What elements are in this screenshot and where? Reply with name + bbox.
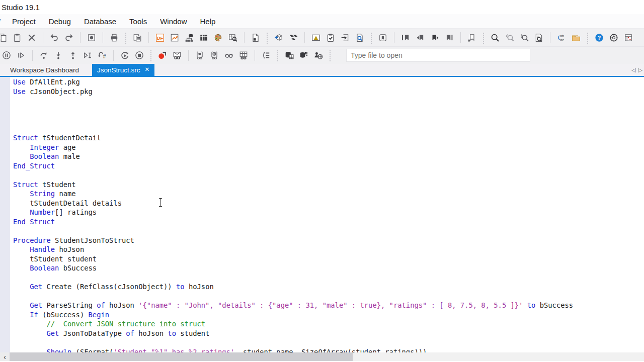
menu-item-clipped[interactable]: w [0, 16, 1, 25]
find-next-icon[interactable] [518, 31, 531, 44]
run-to-cursor-icon[interactable] [81, 49, 94, 62]
tab-workspace-dashboard[interactable]: Workspace Dashboard [5, 64, 84, 76]
tab-label: Workspace Dashboard [10, 66, 79, 74]
open-workspace-folder-icon[interactable] [570, 31, 583, 44]
toolbar-grip[interactable] [482, 32, 485, 44]
code-line: String name [13, 189, 573, 199]
copy-icon[interactable] [0, 31, 9, 44]
toolbar-grip[interactable] [149, 49, 152, 61]
table-explorer-icon[interactable] [226, 31, 239, 44]
previous-bookmark-icon[interactable] [414, 31, 427, 44]
svg-text:#: # [103, 54, 106, 59]
menu-help[interactable]: Help [194, 16, 222, 27]
toolbar-grip[interactable] [276, 49, 279, 61]
stop-debugging-icon[interactable] [133, 49, 146, 62]
toolbar-separator [103, 32, 103, 43]
properties-panel-icon[interactable] [131, 31, 144, 44]
code-line: Struct tStudentDetail [13, 133, 573, 143]
find-previous-icon[interactable] [503, 31, 516, 44]
table-editor-icon[interactable] [197, 31, 210, 44]
watch-table-icon[interactable] [237, 49, 250, 62]
database-grid-icon[interactable] [297, 49, 310, 62]
code-line: Number[] ratings [13, 208, 573, 217]
tab-scroll-left-icon[interactable]: ◁ [631, 67, 635, 73]
tab-label: JsonStruct.src [97, 66, 140, 74]
scrollbar-left-arrow-icon[interactable]: ‹ [0, 352, 10, 361]
toggle-bookmark-icon[interactable] [376, 31, 389, 44]
code-line: // Convert JSON structure into struct [13, 319, 573, 329]
pause-icon[interactable] [0, 49, 13, 62]
breakpoint-list-icon[interactable] [171, 49, 184, 62]
delete-icon[interactable] [25, 31, 38, 44]
find-in-files-icon[interactable] [353, 31, 366, 44]
step-icon[interactable] [15, 49, 28, 62]
step-out-icon[interactable] [66, 49, 79, 62]
locals-watch-icon[interactable] [193, 49, 206, 62]
next-bookmark-icon[interactable] [428, 31, 441, 44]
toolbar-grip[interactable] [586, 32, 589, 44]
menu-tools[interactable]: Tools [123, 16, 153, 27]
new-file-icon[interactable] [249, 31, 262, 44]
code-line: If (bSuccess) Begin [13, 310, 573, 320]
globals-watch-icon[interactable] [208, 49, 221, 62]
code-editor[interactable]: Use DfAllEnt.pkgUse cJsonObject.pkg Stru… [0, 77, 644, 352]
redo-icon[interactable] [62, 31, 75, 44]
code-line: Procedure StudentJsonToStruct [13, 236, 573, 245]
tab-scroll-right-icon[interactable]: ▷ [638, 67, 642, 73]
data-dictionary-modeler-icon[interactable] [183, 31, 196, 44]
scrollbar-track[interactable] [10, 352, 644, 361]
set-next-statement-icon[interactable]: # [96, 49, 109, 62]
code-line [13, 106, 573, 115]
toolbar-separator [550, 32, 550, 43]
find-in-document-icon[interactable] [532, 31, 545, 44]
toolbar-separator [32, 50, 33, 61]
menu-database[interactable]: Database [78, 16, 122, 27]
menu-window[interactable]: Window [154, 16, 193, 27]
reorder-arrows-icon[interactable] [287, 31, 300, 44]
continue-icon[interactable] [118, 49, 131, 62]
help-icon[interactable]: ? [593, 31, 606, 44]
first-bookmark-icon[interactable] [399, 31, 412, 44]
tab-close-icon[interactable]: ✕ [145, 67, 150, 73]
svg-text:?: ? [598, 35, 601, 41]
menu-debug[interactable]: Debug [43, 16, 77, 27]
code-line: End_Struct [13, 161, 573, 171]
toolbar-grip[interactable] [124, 32, 127, 44]
title-bar: Studio 19.1 [0, 0, 644, 14]
menu-project[interactable]: Project [6, 16, 42, 27]
database-table-icon[interactable] [283, 49, 296, 62]
clear-bookmarks-icon[interactable] [465, 31, 478, 44]
step-into-icon[interactable] [52, 49, 65, 62]
toolbar-grip[interactable] [266, 32, 269, 44]
code-line: Handle hoJson [13, 245, 573, 254]
toolbar-grip[interactable] [370, 32, 373, 44]
step-over-icon[interactable] [37, 49, 50, 62]
undo-icon[interactable] [48, 31, 61, 44]
paste-icon[interactable] [11, 31, 24, 44]
dataflex-df-icon[interactable]: DF [153, 31, 167, 44]
watch-icon[interactable] [222, 49, 235, 62]
compile-icon[interactable] [272, 31, 285, 44]
last-bookmark-icon[interactable] [443, 31, 456, 44]
record-macro-icon[interactable] [85, 31, 98, 44]
call-stack-icon[interactable] [260, 49, 273, 62]
print-icon[interactable] [108, 31, 121, 44]
about-gauge-icon[interactable] [607, 31, 620, 44]
menu-bar: w ProjectDebugDatabaseToolsWindowHelp [0, 14, 644, 29]
scrollbar-thumb[interactable] [10, 352, 353, 361]
preview-warning-icon[interactable] [309, 31, 323, 44]
checklist-icon[interactable] [324, 31, 337, 44]
style-palette-icon[interactable] [212, 31, 225, 44]
find-icon[interactable] [489, 31, 502, 44]
tab-jsonstruct-src[interactable]: JsonStruct.src✕ [92, 64, 154, 76]
toolbar-grip[interactable] [329, 49, 332, 61]
workspace-chart-icon[interactable] [168, 31, 181, 44]
run-program-icon[interactable] [339, 31, 352, 44]
code-explorer-icon[interactable] [622, 31, 635, 44]
file-open-search-input[interactable] [346, 49, 530, 62]
replace-icon[interactable]: abac [555, 31, 568, 44]
horizontal-scrollbar[interactable]: ‹ [0, 352, 644, 361]
toggle-breakpoint-icon[interactable] [156, 49, 169, 62]
web-user-icon[interactable] [312, 49, 325, 62]
code-area[interactable]: Use DfAllEnt.pkgUse cJsonObject.pkg Stru… [13, 77, 573, 352]
